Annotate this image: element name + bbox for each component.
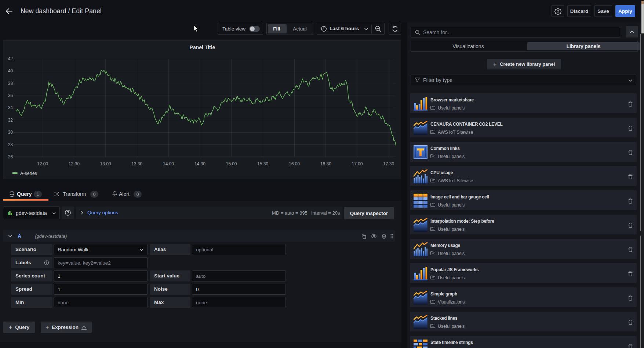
svg-text:17:00: 17:00 [352,161,363,166]
svg-text:40: 40 [8,68,13,73]
svg-text:26: 26 [8,154,13,159]
svg-text:42: 42 [8,56,13,61]
svg-text:15:30: 15:30 [257,161,268,166]
svg-text:A-series: A-series [20,171,37,176]
svg-text:34: 34 [8,105,13,110]
svg-text:38: 38 [8,81,13,86]
svg-text:13:00: 13:00 [100,161,111,166]
svg-text:12:30: 12:30 [69,161,80,166]
svg-text:16:30: 16:30 [320,161,331,166]
svg-text:36: 36 [8,93,13,98]
svg-text:17:30: 17:30 [383,161,394,166]
svg-text:28: 28 [8,142,13,147]
svg-text:30: 30 [8,130,13,135]
svg-text:32: 32 [8,118,13,123]
svg-text:13:30: 13:30 [131,161,142,166]
svg-text:15:00: 15:00 [226,161,237,166]
svg-text:16:00: 16:00 [289,161,300,166]
svg-text:14:00: 14:00 [163,161,174,166]
svg-text:12:00: 12:00 [37,161,48,166]
svg-text:14:30: 14:30 [194,161,205,166]
